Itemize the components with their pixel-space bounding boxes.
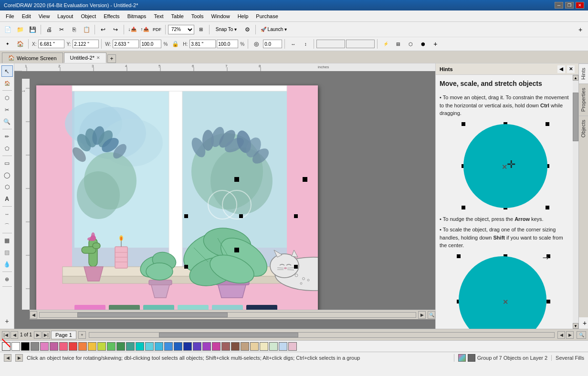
palette-gray[interactable] [31, 342, 39, 351]
palette-purple2[interactable] [202, 342, 211, 351]
color-eyedropper-tool[interactable]: 💧 [1, 259, 13, 270]
palette-purple1[interactable] [193, 342, 201, 351]
right-tab-hints[interactable]: Hints [579, 63, 588, 84]
pdf-button[interactable]: PDF [151, 24, 163, 35]
text-tool[interactable]: A [1, 193, 13, 205]
print-button[interactable]: 🖨 [43, 24, 55, 35]
add-tool[interactable]: + [1, 315, 13, 327]
hints-collapse-btn[interactable]: ◀ [557, 65, 565, 73]
right-tab-objects[interactable]: Objects [579, 115, 588, 141]
interactive-blend-tool[interactable]: ⊕ [1, 273, 13, 285]
menu-text[interactable]: Text [150, 12, 167, 20]
hints-scroll-up[interactable]: ▲ [573, 75, 578, 81]
width-input[interactable] [113, 40, 139, 48]
home-btn[interactable]: 🏠 [14, 38, 26, 50]
copy-button[interactable]: ⎘ [68, 24, 80, 35]
drawing-area[interactable]: 1 [22, 71, 435, 319]
layer-dn-btn[interactable]: ⬢ [417, 38, 429, 50]
palette-black[interactable] [21, 342, 30, 351]
zoom-out-btn[interactable]: 🔍 [428, 311, 435, 319]
palette-tan[interactable] [241, 342, 249, 351]
palette-brown1[interactable] [221, 342, 230, 351]
height-input[interactable] [189, 40, 216, 48]
angle-dial[interactable]: ◎ [251, 38, 262, 50]
menu-layout[interactable]: Layout [53, 12, 77, 20]
crop-tool[interactable]: ✂ [1, 104, 13, 115]
menu-window[interactable]: Window [208, 12, 234, 20]
palette-navy[interactable] [183, 342, 192, 351]
first-page-btn[interactable]: |◀ [2, 331, 10, 339]
menu-file[interactable]: File [2, 12, 18, 20]
status-scroll-left[interactable]: ◀ [4, 354, 11, 362]
options-button[interactable]: ⚙ [242, 24, 253, 35]
menu-edit[interactable]: Edit [18, 12, 35, 20]
flip-v-btn[interactable]: ↕ [300, 38, 311, 50]
menu-view[interactable]: View [35, 12, 54, 20]
sel-handle-tr[interactable] [294, 214, 298, 218]
palette-blue1[interactable] [164, 342, 173, 351]
menu-bitmaps[interactable]: Bitmaps [124, 12, 150, 20]
palette-cyan2[interactable] [155, 342, 163, 351]
next-page-btn[interactable]: ▶ [34, 331, 42, 339]
fill-tool[interactable]: ▦ [1, 235, 13, 246]
connector-tool[interactable]: ⌒ [1, 220, 13, 231]
select-all-btn[interactable]: ✦ [2, 38, 13, 50]
close-button[interactable]: ✕ [576, 2, 584, 9]
sel-handle-mr[interactable] [294, 265, 298, 269]
sel-handle-tc[interactable] [239, 214, 243, 218]
menu-object[interactable]: Object [77, 12, 100, 20]
zoom-to-fit[interactable]: 🔍 [577, 331, 586, 339]
hints-scroll-thumb[interactable] [573, 93, 578, 141]
menu-purchase[interactable]: Purchase [252, 12, 282, 20]
freehand-tool[interactable]: ✏ [1, 131, 13, 142]
new-button[interactable]: 📄 [2, 24, 13, 35]
restore-button[interactable]: ❐ [565, 2, 574, 9]
palette-light-blue[interactable] [279, 342, 287, 351]
palette-white[interactable] [11, 342, 20, 351]
prev-page-btn[interactable]: ◀ [10, 331, 18, 339]
sel-handle-ml[interactable] [184, 265, 188, 269]
zoom-tool[interactable]: 🔍 [1, 116, 13, 127]
paste-button[interactable]: 📋 [81, 24, 92, 35]
h-scroll-track[interactable] [89, 332, 555, 338]
tab-add-button[interactable]: + [107, 54, 116, 63]
menu-table[interactable]: Table [168, 12, 188, 20]
menu-effects[interactable]: Effects [100, 12, 123, 20]
lock-ratio-btn[interactable]: 🔒 [169, 38, 181, 50]
select-tool[interactable]: ↖ [1, 65, 13, 77]
hints-scroll-track[interactable] [573, 81, 578, 323]
angle-input[interactable] [263, 40, 282, 48]
tab-welcome[interactable]: 🏠 Welcome Screen [2, 52, 63, 63]
scroll-track-h[interactable] [39, 312, 416, 318]
y-input[interactable] [73, 40, 99, 48]
add-panel2[interactable]: + [430, 38, 441, 50]
palette-light-pink[interactable] [288, 342, 297, 351]
hints-scrollbar[interactable]: ▲ ▼ [573, 75, 578, 329]
tab-close-btn[interactable]: ✕ [96, 55, 100, 60]
menu-help[interactable]: Help [234, 12, 252, 20]
scroll-right-btn[interactable]: ▶ [418, 311, 426, 319]
canvas-document[interactable] [36, 85, 318, 319]
palette-magenta[interactable] [212, 342, 220, 351]
freehand-pick-tool[interactable]: 🏠 [1, 77, 13, 89]
scroll-left-btn[interactable]: ◀ [30, 311, 37, 319]
flip-h-btn[interactable]: ↔ [287, 38, 299, 50]
palette-cyan1[interactable] [145, 342, 154, 351]
right-tab-properties[interactable]: Properties [579, 84, 588, 115]
add-panel[interactable]: + [575, 24, 586, 35]
palette-light-yellow[interactable] [260, 342, 268, 351]
redo-button[interactable]: ↪ [110, 24, 121, 35]
import-button[interactable]: ↓📥 [126, 24, 138, 35]
fill-color-input[interactable] [316, 40, 345, 48]
palette-yellow-green[interactable] [97, 342, 106, 351]
h-scroll-right[interactable]: ▶ [566, 331, 574, 339]
zoom-combo[interactable]: 72% 50% 100% [168, 25, 194, 34]
add-page-btn[interactable]: + [78, 331, 86, 339]
palette-red2[interactable] [69, 342, 77, 351]
page-1-tab[interactable]: Page 1 [51, 331, 76, 339]
scroll-thumb-h[interactable] [77, 313, 228, 317]
palette-red1[interactable] [59, 342, 68, 351]
palette-cream[interactable] [250, 342, 259, 351]
open-button[interactable]: 📁 [14, 24, 26, 35]
undo-button[interactable]: ↩ [97, 24, 109, 35]
